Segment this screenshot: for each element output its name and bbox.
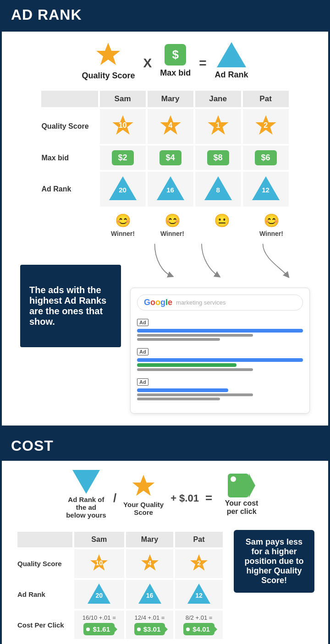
cost-mary-cpc: 12/4 +.01 = $3.01 (126, 611, 174, 639)
cpc-label: Cost Per Click (17, 611, 72, 639)
sam-bid-cell: $2 (100, 146, 146, 170)
google-ad-1: Ad (137, 318, 303, 341)
cost-row-adrank: Ad Rank 20 16 (17, 580, 223, 609)
price-tag-icon (228, 474, 255, 497)
max-bid-row-label: Max bid (41, 146, 98, 170)
cost-pat-ar: 12 (175, 580, 223, 609)
sam-rank-cell: 20 (100, 172, 146, 207)
svg-marker-3 (208, 115, 228, 134)
max-bid-formula-item: $ Max bid (160, 44, 191, 78)
jane-quality-star: 1 (206, 114, 230, 137)
ad-tag-3: Ad (137, 378, 148, 386)
cost-pat-qs: 2 (175, 549, 223, 578)
mary-quality-star: 4 (159, 114, 182, 137)
cost-equals-op: = (205, 491, 212, 505)
mary-rank-cell: 16 (148, 172, 193, 207)
sam-emoji: 😊 (115, 213, 131, 228)
cost-pat-cpc: 8/2 +.01 = $4.01 (175, 611, 223, 639)
cost-sam-tri: 20 (88, 584, 110, 604)
search-query: marketing services (176, 299, 296, 306)
cost-table: Sam Mary Pat Quality Score 10 (16, 530, 225, 641)
ad-rank-formula: Quality Score X $ Max bid = Ad Rank (16, 41, 314, 81)
cost-sam-star: 10 (89, 553, 109, 573)
pat-quality-cell: 2 (243, 109, 289, 144)
cost-ar-label: Ad Rank (17, 580, 72, 609)
mary-winner-label: Winner! (160, 230, 184, 237)
ad-body-2 (137, 338, 220, 341)
mary-bid-cell: $4 (148, 146, 193, 170)
ad-headline-1 (137, 329, 303, 333)
jane-winner: 😐 (197, 213, 247, 237)
jane-emoji: 😐 (214, 213, 230, 228)
sam-pays-box: Sam pays less for a higher position due … (234, 530, 314, 593)
cost-sam-cpc: 16/10 +.01 = $1.61 (74, 611, 124, 639)
mary-rank-tri: 16 (157, 176, 184, 200)
mary-quality-cell: 4 (148, 109, 193, 144)
table-header-mary: Mary (148, 91, 193, 107)
ad-body-1 (137, 334, 253, 337)
sam-winner-label: Winner! (111, 230, 135, 237)
table-header-pat: Pat (243, 91, 289, 107)
mary-cpc-formula: 12/4 +.01 = (134, 614, 165, 621)
max-bid-label: Max bid (160, 68, 191, 78)
svg-marker-5 (132, 475, 155, 496)
table-row-max-bid: Max bid $2 $4 $8 $6 (41, 146, 288, 170)
pat-winner: 😊 Winner! (247, 213, 296, 237)
google-ad-3: Ad (137, 377, 303, 400)
cost-section: Ad Rank of the ad below yours / Your Qua… (0, 461, 330, 644)
cost-header: COST (0, 431, 330, 461)
ad-headline-2b (137, 363, 236, 367)
ad-tag-1: Ad (137, 319, 148, 326)
winners-section: 😊 Winner! 😊 Winner! 😐 😊 Winner! (16, 208, 314, 237)
info-box: The ads with the highest Ad Ranks are th… (20, 265, 121, 347)
jane-quality-cell: 1 (195, 109, 241, 144)
pat-emoji: 😊 (264, 213, 280, 228)
ad-rank-table-container: Sam Mary Jane Pat Quality Score 10 (16, 89, 314, 208)
svg-marker-0 (96, 43, 120, 65)
sam-quality-star: 10 (111, 114, 135, 137)
quality-score-star-icon (94, 41, 122, 68)
mary-winner: 😊 Winner! (148, 213, 197, 237)
triangle-down-icon (72, 470, 100, 494)
google-logo: Google (144, 298, 172, 307)
equals-op: = (199, 56, 206, 71)
cost-result-item: Your cost per click (219, 474, 264, 516)
ad-headline-3 (137, 388, 228, 392)
sam-quality-cell: 10 (100, 109, 146, 144)
table-header-empty (41, 91, 98, 107)
svg-marker-1 (112, 115, 133, 134)
table-header-jane: Jane (195, 91, 241, 107)
ad-rank-section: Quality Score X $ Max bid = Ad Rank Sam (0, 30, 330, 427)
sam-price-tag: $1.61 (83, 623, 115, 635)
pat-quality-star: 2 (254, 114, 278, 137)
cost-row-cpc: Cost Per Click 16/10 +.01 = $1.61 12/4 +… (17, 611, 223, 639)
pat-cpc-formula: 8/2 +.01 = (183, 614, 214, 621)
ad-tag-2: Ad (137, 348, 148, 355)
jane-rank-tri: 8 (204, 176, 232, 200)
ad-rank-below-item: Ad Rank of the ad below yours (66, 470, 107, 519)
quality-score-formula-item: Quality Score (82, 41, 135, 81)
svg-marker-7 (249, 474, 255, 497)
quality-score-label: Quality Score (82, 71, 135, 81)
ad-rank-formula-item: Ad Rank (215, 42, 248, 80)
svg-marker-2 (160, 115, 181, 134)
quality-score-row-label: Quality Score (41, 109, 98, 144)
cost-qs-label: Quality Score (17, 549, 72, 578)
google-mock: Google marketing services Ad Ad (130, 288, 310, 414)
table-row-quality-score: Quality Score 10 4 (41, 109, 288, 144)
sam-winner: 😊 Winner! (98, 213, 148, 237)
ad-rank-title: AD RANK (11, 6, 82, 23)
cost-mary-tri: 16 (138, 584, 161, 604)
cost-result-label: Your cost per click (219, 499, 264, 516)
quality-score-cost-star-icon (131, 473, 156, 499)
ad-rank-label: Ad Rank (215, 70, 248, 80)
cost-mary-star: 4 (140, 553, 160, 573)
infographic: AD RANK Quality Score X $ Max bid = Ad R… (0, 0, 330, 644)
winner-spacer (34, 213, 98, 237)
ad-rank-header: AD RANK (0, 0, 330, 30)
sam-cpc-formula: 16/10 +.01 = (82, 614, 116, 621)
svg-point-8 (231, 476, 236, 482)
mary-price-tag: $3.01 (134, 623, 165, 635)
pat-price-tag: $4.01 (183, 623, 214, 635)
cost-sam-ar: 20 (74, 580, 124, 609)
